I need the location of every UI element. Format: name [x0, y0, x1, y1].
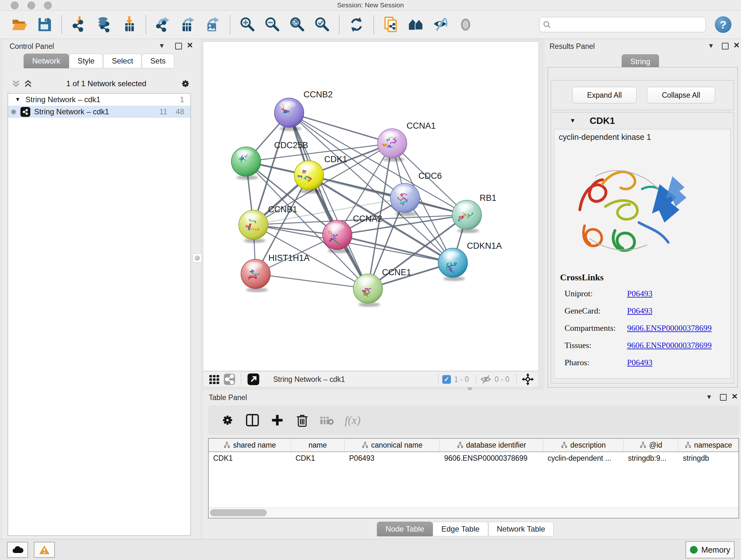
hide-selected-button[interactable]	[431, 15, 450, 34]
tab-edge-table[interactable]: Edge Table	[433, 522, 488, 537]
node-label-HIST1H1A: HIST1H1A	[268, 253, 310, 263]
search-box[interactable]	[539, 17, 706, 32]
crosslink-value-link[interactable]: P06493	[627, 306, 652, 316]
import-network-button[interactable]	[70, 15, 88, 34]
node-CCNE1[interactable]: CCNE1	[353, 267, 411, 307]
tab-node-table[interactable]: Node Table	[377, 522, 433, 537]
import-database-button[interactable]	[94, 15, 113, 34]
network-view-canvas[interactable]: CCNB2CCNA1CDC25BCDK1CDC6RB1CCNB1CCNA2CDK…	[203, 42, 539, 371]
function-builder-icon[interactable]: f(x)	[345, 414, 360, 427]
control-panel-float-icon[interactable]	[175, 43, 182, 51]
edge-CCNB2-CCNA1[interactable]	[289, 113, 392, 143]
results-panel-float-icon[interactable]	[722, 43, 729, 51]
export-network-button[interactable]	[154, 15, 172, 34]
expand-all-button[interactable]: Expand All	[572, 87, 636, 104]
node-label-CDC25B: CDC25B	[274, 140, 308, 150]
tab-select[interactable]: Select	[103, 54, 142, 68]
expand-collapse-box: Expand All Collapse All	[551, 80, 734, 110]
zoom-selected-button[interactable]	[313, 15, 331, 34]
crosslink-value-link[interactable]: P06493	[627, 289, 652, 299]
zoom-fit-button[interactable]	[288, 15, 307, 34]
node-label-CDKN1A: CDKN1A	[467, 241, 502, 251]
network-overview-share-icon[interactable]	[222, 370, 237, 389]
gene-expander-icon[interactable]: ▼	[569, 117, 576, 124]
column-header-shared-name[interactable]: shared name	[209, 439, 291, 451]
column-header-name[interactable]: name	[291, 439, 345, 451]
node-RB1[interactable]: RB1	[452, 193, 496, 233]
table-scrollbar-thumb[interactable]	[210, 509, 267, 516]
results-panel-title: Results Panel	[549, 42, 595, 51]
edge-CCNE1-HIST1H1A[interactable]	[256, 274, 368, 289]
control-panel-menu-icon[interactable]: ▼	[158, 42, 165, 50]
memory-button[interactable]: Memory	[685, 541, 735, 558]
table-settings-gear-icon[interactable]	[217, 411, 238, 430]
network-collection-row[interactable]: ▼ String Network – cdk1 1	[8, 94, 191, 106]
collapse-all-button[interactable]: Collapse All	[647, 87, 715, 104]
cloud-status-button[interactable]	[7, 542, 28, 558]
open-view-in-window-icon[interactable]	[246, 370, 261, 389]
birds-eye-view-icon[interactable]	[207, 370, 221, 389]
refresh-view-button[interactable]	[347, 15, 366, 34]
edge-CDC6-CDC25B[interactable]	[246, 162, 405, 198]
status-bar: Memory	[0, 539, 741, 560]
network-row[interactable]: String Network – cdk1 11 48	[8, 106, 191, 118]
table-panel-float-icon[interactable]	[720, 394, 727, 402]
column-header-namespace[interactable]: namespace	[678, 439, 738, 451]
show-columns-icon[interactable]	[242, 411, 263, 430]
results-panel-close-icon[interactable]: ✕	[733, 41, 740, 50]
column-label: @id	[649, 441, 662, 449]
collapse-all-networks-icon[interactable]	[11, 79, 20, 88]
delete-column-trash-icon[interactable]	[292, 411, 313, 430]
search-input[interactable]	[554, 20, 702, 29]
node-CDKN1A[interactable]: CDKN1A	[438, 241, 502, 281]
zoom-out-button[interactable]	[263, 15, 281, 34]
create-column-plus-icon[interactable]	[267, 411, 288, 430]
network-options-gear-icon[interactable]	[180, 78, 191, 89]
crosslink-value-link[interactable]: 9606.ENSP00000378699	[627, 323, 712, 333]
crosslink-value-link[interactable]: P06493	[627, 358, 652, 368]
help-button[interactable]: ?	[715, 16, 731, 33]
node-CCNA1[interactable]: CCNA1	[378, 121, 436, 162]
node-CDC6[interactable]: CDC6	[390, 171, 442, 216]
column-header-@id[interactable]: @id	[623, 439, 678, 451]
collection-expander-icon[interactable]: ▼	[15, 97, 20, 103]
results-panel-menu-icon[interactable]: ▼	[708, 42, 714, 50]
clone-network-button[interactable]	[382, 15, 400, 34]
delete-table-icon[interactable]	[317, 411, 338, 430]
export-table-button[interactable]	[179, 15, 197, 34]
gene-header-row[interactable]: ▼ CDK1	[551, 112, 734, 129]
hidden-eye-icon[interactable]	[480, 374, 491, 384]
table-panel-close-icon[interactable]: ✕	[731, 392, 738, 401]
save-session-button[interactable]	[35, 15, 54, 34]
node-CCNB1[interactable]: CCNB1	[239, 205, 297, 243]
table-row[interactable]: CDK1CDK1P064939606.ENSP00000378699cyclin…	[209, 452, 738, 464]
table-horizontal-scrollbar[interactable]	[208, 508, 739, 518]
fit-selected-crosshair-icon[interactable]	[521, 370, 535, 389]
tab-network-table[interactable]: Network Table	[488, 522, 554, 537]
table-panel-menu-icon[interactable]: ▼	[706, 393, 712, 401]
import-table-button[interactable]	[119, 15, 138, 34]
expand-all-networks-icon[interactable]	[23, 79, 32, 88]
open-session-button[interactable]	[10, 15, 29, 34]
show-hidden-button[interactable]	[456, 15, 475, 34]
left-splitter-handle[interactable]	[193, 253, 202, 262]
tab-style[interactable]: Style	[69, 54, 103, 68]
control-panel-close-icon[interactable]: ✕	[187, 41, 193, 50]
node-table: shared namenamecanonical namedatabase id…	[208, 438, 739, 518]
tab-network[interactable]: Network	[23, 54, 69, 68]
network-edge-count: 48	[176, 107, 184, 116]
column-header-canonical-name[interactable]: canonical name	[345, 439, 440, 451]
warnings-button[interactable]	[34, 542, 55, 558]
show-home-button[interactable]	[407, 15, 425, 34]
tab-sets[interactable]: Sets	[142, 54, 174, 68]
node-CCNB2[interactable]: CCNB2	[274, 90, 333, 131]
node-HIST1H1A[interactable]: HIST1H1A	[241, 253, 310, 292]
table-panel-title: Table Panel	[209, 393, 247, 402]
column-header-description[interactable]: description	[543, 439, 623, 451]
crosslink-value-link[interactable]: 9606.ENSP00000378699	[627, 341, 712, 350]
shared-column-icon	[639, 442, 647, 449]
zoom-in-button[interactable]	[238, 15, 257, 34]
export-image-button[interactable]	[204, 15, 222, 34]
column-header-database-identifier[interactable]: database identifier	[440, 439, 543, 451]
selected-count-checkbox-icon[interactable]: ✓	[442, 375, 451, 384]
